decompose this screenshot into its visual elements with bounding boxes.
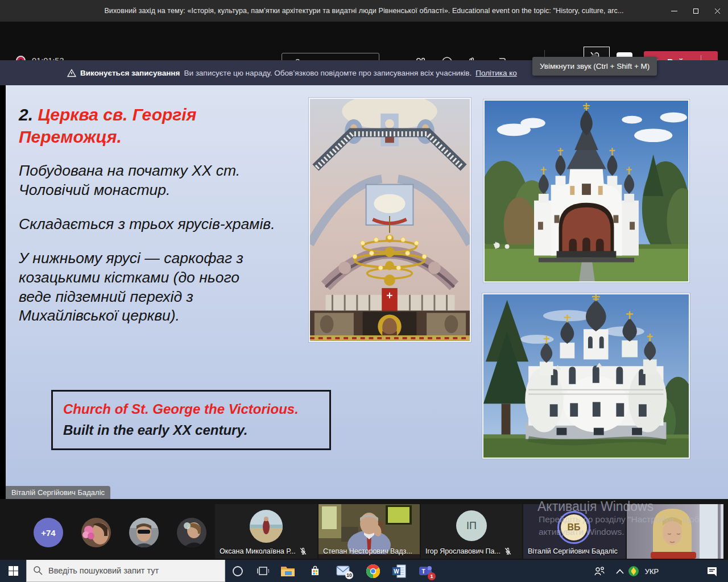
recording-message: Ви записуєте цю нараду. Обов’язково пові… [184, 69, 471, 77]
mail-button[interactable]: 10 [336, 563, 351, 579]
word-icon: W [392, 564, 407, 579]
svg-text:W: W [394, 568, 399, 575]
overflow-participants-badge[interactable]: +74 [34, 518, 63, 547]
avatar-photo [129, 518, 159, 547]
task-view-button[interactable] [255, 563, 271, 579]
recording-policy-link[interactable]: Політика ко [475, 69, 517, 77]
slide-title-text: Церква св. Георгія Переможця. [19, 105, 196, 146]
minimize-button[interactable] [663, 0, 685, 22]
store-button[interactable] [307, 563, 323, 579]
participant-video-tile[interactable]: Степан Несторович Вадз... [318, 504, 420, 559]
mic-off-icon [504, 547, 512, 555]
photo-church-interior [309, 98, 471, 342]
recording-status-label: Виконується записування [80, 69, 180, 77]
participant-tile[interactable]: Оксана Миколаївна Р... [215, 504, 317, 559]
unmute-tooltip: Увімкнути звук (Ctrl + Shift + M) [532, 57, 657, 76]
participant-initials: ВБ [561, 514, 587, 541]
file-explorer-icon [280, 565, 295, 577]
english-line-1: Church of St. George the Victorious. [63, 398, 319, 419]
search-icon [33, 566, 43, 575]
participant-name: Ігор Ярославович Па... [425, 547, 500, 555]
slide-paragraph-3: У нижньому ярусі — саркофаг з козацькими… [19, 249, 276, 326]
teams-badge: 1 [428, 572, 436, 580]
action-center-icon [706, 566, 718, 577]
english-line-2: Built in the early XX century. [63, 419, 319, 440]
slide-english-box: Church of St. George the Victorious. Bui… [51, 390, 331, 450]
svg-text:T: T [421, 568, 425, 575]
minimize-icon [671, 8, 677, 14]
action-center-button[interactable] [704, 563, 720, 579]
file-explorer-button[interactable] [280, 563, 296, 579]
participant-avatar[interactable] [129, 518, 159, 547]
participant-name: Степан Несторович Вадз... [323, 547, 412, 555]
photo-church-side [482, 293, 690, 459]
chevron-up-icon [616, 569, 624, 574]
word-button[interactable]: W [391, 563, 407, 579]
task-view-icon [257, 566, 269, 577]
maximize-icon [693, 8, 699, 14]
presenter-name-label: Віталій Сергійович Бадаліс [6, 486, 110, 499]
windows-taskbar: 10 W T [0, 560, 728, 582]
language-indicator[interactable]: УКР [642, 563, 662, 579]
photo-church-front [483, 99, 689, 282]
antivirus-icon [628, 566, 639, 577]
start-button[interactable] [0, 560, 26, 582]
avatar-photo [177, 518, 206, 547]
mail-badge: 10 [345, 571, 353, 579]
participant-name: Оксана Миколаївна Р... [220, 547, 296, 555]
chrome-icon [366, 564, 380, 579]
participant-name: Віталій Сергійович Бадаліс [528, 547, 618, 555]
slide-paragraph-1: Побудована на початку ХХ ст. Чоловічий м… [19, 161, 276, 200]
avatar-photo [81, 518, 111, 547]
window-title: Виховний захід на тему: «Історія, культу… [104, 7, 623, 15]
participant-video-woman [627, 504, 723, 559]
avatar-photo-beach [250, 510, 283, 543]
store-icon [308, 564, 322, 578]
participant-tile-speaking[interactable]: ВБ Віталій Сергійович Бадаліс [523, 504, 626, 559]
slide-title: 2. Церква св. Георгія Переможця. [19, 103, 272, 148]
participant-avatar[interactable] [81, 518, 111, 547]
maximize-button[interactable] [685, 0, 706, 22]
teams-button[interactable]: T 1 [417, 563, 433, 579]
slide-title-number: 2. [19, 105, 33, 124]
cortana-button[interactable] [230, 563, 246, 579]
participant-video-tile[interactable] [627, 504, 723, 559]
tray-people-icon [594, 566, 605, 576]
participant-tile[interactable]: ІП Ігор Ярославович Па... [421, 504, 522, 559]
close-icon [714, 8, 721, 14]
windows-logo-icon [9, 566, 18, 576]
shared-presentation-slide: 2. Церква св. Георгія Переможця. Побудов… [6, 85, 728, 499]
slide-paragraph-2: Складається з трьох ярусів-храмів. [19, 215, 276, 234]
teams-meeting-window: Виховний захід на тему: «Історія, культу… [0, 0, 728, 582]
participant-initials: ІП [456, 510, 487, 541]
chrome-button[interactable] [365, 563, 381, 579]
close-button[interactable] [706, 0, 728, 22]
cortana-icon [232, 566, 243, 577]
taskbar-search-input[interactable] [26, 560, 225, 582]
window-title-bar: Виховний захід на тему: «Історія, культу… [0, 0, 728, 22]
meeting-toolbar: 01:01:53 Запит на керування [0, 22, 728, 60]
participant-avatar[interactable] [177, 518, 206, 547]
warning-icon [67, 69, 76, 77]
mic-off-icon [299, 547, 307, 555]
participant-strip: +74 [0, 499, 728, 560]
slide-text-column: 2. Церква св. Георгія Переможця. Побудов… [19, 103, 276, 340]
tray-antivirus-button[interactable] [626, 563, 642, 579]
tray-people-button[interactable] [592, 563, 607, 579]
